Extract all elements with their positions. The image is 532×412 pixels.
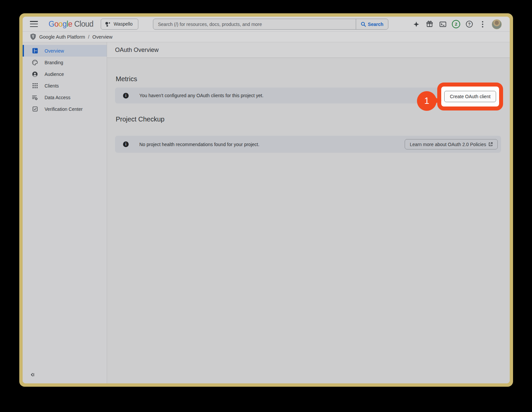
- sidebar-item-label: Clients: [45, 83, 59, 89]
- sidebar-item-label: Data Access: [45, 95, 70, 100]
- search-input[interactable]: [153, 22, 356, 27]
- more-vertical-icon[interactable]: [478, 20, 487, 28]
- main-area: Overview Branding: [23, 42, 510, 383]
- breadcrumb: Google Auth Platform / Overview: [23, 32, 510, 42]
- dashboard-icon: [32, 48, 38, 54]
- metrics-message: You haven't configured any OAuth clients…: [139, 93, 263, 98]
- sidebar-item-data-access[interactable]: Data Access: [23, 92, 107, 103]
- logo-cloud-text: Cloud: [74, 20, 93, 29]
- search-icon: [361, 22, 366, 27]
- project-icon: [105, 21, 110, 27]
- sidebar-nav: Overview Branding: [23, 42, 107, 383]
- sidebar-item-label: Overview: [45, 48, 64, 54]
- metrics-heading: Metrics: [116, 75, 501, 83]
- logo-letter: o: [54, 20, 58, 29]
- gift-icon[interactable]: [425, 20, 434, 28]
- sidebar-item-label: Branding: [45, 60, 63, 65]
- project-checkup-heading: Project Checkup: [116, 115, 501, 123]
- project-checkup-info-bar: i No project health recommendations foun…: [115, 136, 501, 153]
- help-icon[interactable]: ?: [465, 20, 473, 28]
- search-button-label: Search: [368, 22, 383, 27]
- search-button[interactable]: Search: [356, 19, 388, 29]
- sidebar-item-audience[interactable]: Audience: [23, 68, 107, 80]
- data-access-gear-icon: [32, 95, 38, 101]
- external-link-icon: [488, 142, 493, 146]
- apps-grid-icon: [32, 83, 38, 89]
- google-cloud-logo[interactable]: G o o g l e Cloud: [49, 20, 93, 29]
- logo-letter: o: [59, 20, 63, 29]
- verification-check-icon: [32, 106, 38, 112]
- global-search-bar: Search: [153, 19, 388, 30]
- top-bar: G o o g l e Cloud Waspello Se: [23, 17, 510, 32]
- create-oauth-client-button[interactable]: Create OAuth client: [444, 91, 496, 102]
- window-frame: G o o g l e Cloud Waspello Se: [19, 13, 513, 387]
- learn-more-oauth-policies-button[interactable]: Learn more about OAuth 2.0 Policies: [405, 139, 498, 149]
- sidebar-item-branding[interactable]: Branding: [23, 57, 107, 68]
- breadcrumb-separator: /: [88, 34, 89, 40]
- project-name: Waspello: [114, 21, 133, 27]
- annotation-step-marker: 1: [417, 91, 437, 111]
- sidebar-item-label: Audience: [45, 72, 64, 77]
- avatar[interactable]: [492, 19, 502, 29]
- project-selector-button[interactable]: Waspello: [101, 19, 138, 30]
- breadcrumb-page: Overview: [92, 34, 112, 40]
- browser-window: G o o g l e Cloud Waspello Se: [23, 17, 510, 383]
- menu-icon[interactable]: [30, 21, 38, 27]
- notifications-count: 2: [455, 22, 457, 27]
- account-icon: [32, 71, 38, 77]
- project-checkup-message: No project health recommendations found …: [139, 142, 259, 147]
- cloud-shell-icon[interactable]: [439, 20, 447, 28]
- page-title: OAuth Overview: [107, 42, 510, 58]
- sidebar-item-label: Verification Center: [45, 106, 82, 112]
- info-icon: i: [123, 141, 129, 147]
- sidebar-item-overview[interactable]: Overview: [23, 45, 107, 57]
- sidebar-item-clients[interactable]: Clients: [23, 80, 107, 92]
- notifications-badge[interactable]: 2: [452, 20, 460, 28]
- gemini-sparkle-icon[interactable]: [412, 20, 420, 28]
- collapse-sidebar-icon[interactable]: [30, 371, 37, 378]
- palette-icon: [32, 60, 38, 66]
- info-icon: i: [123, 93, 129, 99]
- annotation-highlight-box: Create OAuth client: [437, 83, 503, 110]
- logo-letter: g: [63, 20, 66, 29]
- annotation-step-number: 1: [424, 96, 429, 106]
- svg-text:?: ?: [468, 22, 470, 27]
- topbar-icon-group: 2 ?: [412, 17, 502, 32]
- sidebar-item-verification-center[interactable]: Verification Center: [23, 103, 107, 115]
- breadcrumb-section[interactable]: Google Auth Platform: [39, 34, 85, 40]
- logo-letter: G: [49, 20, 54, 29]
- logo-letter: e: [68, 20, 72, 29]
- shield-key-icon: [30, 33, 36, 40]
- learn-more-label: Learn more about OAuth 2.0 Policies: [410, 142, 486, 147]
